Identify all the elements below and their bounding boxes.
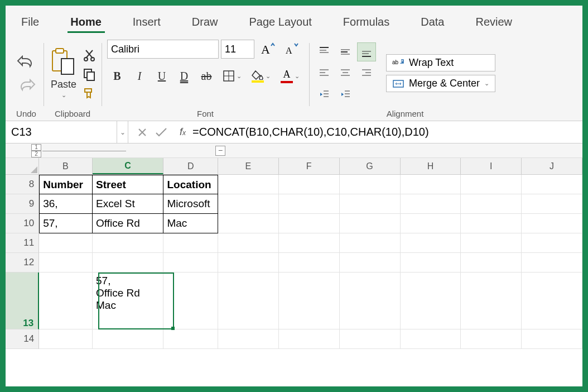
italic-button[interactable]: I — [133, 70, 146, 83]
column-header-C[interactable]: C — [93, 158, 164, 174]
align-top-button[interactable] — [315, 42, 334, 61]
align-bottom-button[interactable] — [357, 42, 376, 61]
cell-J10[interactable] — [522, 214, 582, 233]
cell-C11[interactable] — [93, 233, 163, 253]
column-header-J[interactable]: J — [522, 158, 582, 174]
borders-button[interactable]: ⌄ — [223, 70, 242, 82]
name-box[interactable] — [6, 121, 117, 143]
worksheet[interactable]: B C D E F G H I J 8 Number Street Locati… — [6, 158, 582, 386]
strikethrough-button[interactable]: ab — [200, 70, 213, 83]
cell-E13[interactable] — [218, 273, 279, 329]
tab-page-layout[interactable]: Page Layout — [234, 10, 327, 36]
align-left-button[interactable] — [315, 64, 334, 83]
cell-J11[interactable] — [522, 233, 582, 253]
cell-C9[interactable]: Excel St — [93, 194, 163, 214]
align-middle-button[interactable] — [336, 42, 355, 61]
cell-C8[interactable]: Street — [93, 175, 163, 194]
font-size-select[interactable] — [221, 40, 254, 59]
outline-level-2[interactable]: 2 — [31, 151, 41, 157]
align-center-button[interactable] — [336, 64, 355, 83]
row-header-8[interactable]: 8 — [6, 175, 39, 194]
cell-F14[interactable] — [279, 329, 340, 349]
cell-I8[interactable] — [461, 175, 522, 194]
cell-J8[interactable] — [522, 175, 582, 194]
paste-dropdown[interactable]: ⌄ — [61, 92, 66, 99]
cell-J14[interactable] — [522, 329, 582, 349]
cell-D13[interactable] — [163, 273, 218, 329]
underline-button[interactable]: U — [156, 70, 168, 83]
cell-D10[interactable]: Mac — [163, 214, 218, 233]
column-header-G[interactable]: G — [340, 158, 401, 174]
cell-B9[interactable]: 36, — [39, 194, 93, 214]
decrease-indent-button[interactable] — [315, 85, 334, 104]
cell-H12[interactable] — [401, 253, 461, 273]
cell-B12[interactable] — [39, 253, 93, 273]
outline-collapse-button[interactable]: − — [215, 146, 225, 156]
cell-H8[interactable] — [401, 175, 461, 194]
tab-formulas[interactable]: Formulas — [327, 10, 405, 36]
cell-H13[interactable] — [401, 273, 461, 329]
cell-E9[interactable] — [218, 194, 279, 214]
cell-D11[interactable] — [163, 233, 218, 253]
cell-E10[interactable] — [218, 214, 279, 233]
cell-E11[interactable] — [218, 233, 279, 253]
cell-B13[interactable] — [39, 273, 93, 329]
double-underline-button[interactable]: D — [178, 70, 190, 83]
cell-I13[interactable] — [461, 273, 522, 329]
tab-home[interactable]: Home — [55, 10, 117, 36]
cell-F12[interactable] — [279, 253, 340, 273]
column-header-H[interactable]: H — [401, 158, 461, 174]
cell-F10[interactable] — [279, 214, 340, 233]
cell-J9[interactable] — [522, 194, 582, 214]
cell-I9[interactable] — [461, 194, 522, 214]
outline-level-1[interactable]: 1 — [31, 144, 41, 151]
cell-D9[interactable]: Microsoft — [163, 194, 218, 214]
decrease-font-button[interactable]: A — [281, 40, 303, 59]
cell-J12[interactable] — [522, 253, 582, 273]
cell-G12[interactable] — [340, 253, 401, 273]
cell-E8[interactable] — [218, 175, 279, 194]
column-header-I[interactable]: I — [461, 158, 522, 174]
cell-F8[interactable] — [279, 175, 340, 194]
cell-C13[interactable]: 57, Office Rd Mac — [93, 273, 163, 329]
column-header-B[interactable]: B — [39, 158, 93, 174]
enter-formula-button[interactable] — [153, 124, 170, 141]
bold-button[interactable]: B — [111, 70, 123, 83]
copy-button[interactable] — [83, 68, 96, 81]
cell-H9[interactable] — [401, 194, 461, 214]
cell-E12[interactable] — [218, 253, 279, 273]
cell-G14[interactable] — [340, 329, 401, 349]
cell-H11[interactable] — [401, 233, 461, 253]
cell-F11[interactable] — [279, 233, 340, 253]
wrap-text-button[interactable]: ab Wrap Text — [386, 54, 495, 71]
tab-insert[interactable]: Insert — [117, 10, 176, 36]
cell-G10[interactable] — [340, 214, 401, 233]
cell-I10[interactable] — [461, 214, 522, 233]
cell-G11[interactable] — [340, 233, 401, 253]
row-header-13[interactable]: 13 — [6, 273, 39, 329]
tab-draw[interactable]: Draw — [176, 10, 234, 36]
cell-D12[interactable] — [163, 253, 218, 273]
increase-indent-button[interactable] — [336, 85, 355, 104]
cell-D14[interactable] — [163, 329, 218, 349]
cell-G13[interactable] — [340, 273, 401, 329]
fx-icon[interactable]: fx — [175, 126, 190, 138]
cell-C10[interactable]: Office Rd — [93, 214, 163, 233]
cell-F9[interactable] — [279, 194, 340, 214]
font-color-button[interactable]: A ⌄ — [281, 69, 300, 83]
redo-button[interactable] — [17, 79, 36, 94]
row-header-10[interactable]: 10 — [6, 214, 39, 233]
cell-I11[interactable] — [461, 233, 522, 253]
cell-F13[interactable] — [279, 273, 340, 329]
name-box-dropdown[interactable]: ⌄ — [117, 121, 128, 143]
row-header-9[interactable]: 9 — [6, 194, 39, 214]
cell-E14[interactable] — [218, 329, 279, 349]
align-right-button[interactable] — [357, 64, 376, 83]
column-header-E[interactable]: E — [218, 158, 279, 174]
column-header-F[interactable]: F — [279, 158, 340, 174]
cancel-formula-button[interactable] — [134, 124, 151, 141]
cut-button[interactable] — [83, 49, 96, 62]
row-header-12[interactable]: 12 — [6, 253, 39, 273]
cell-C14[interactable] — [93, 329, 163, 349]
column-header-D[interactable]: D — [163, 158, 218, 174]
